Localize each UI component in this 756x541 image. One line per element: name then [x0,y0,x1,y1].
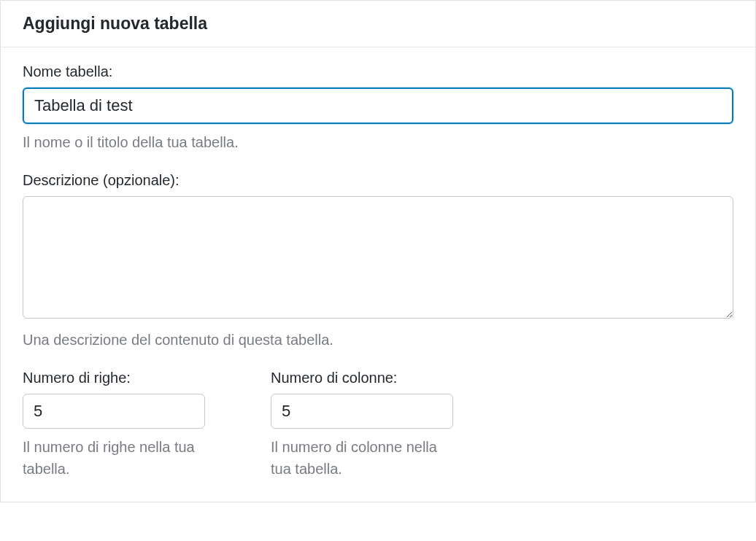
rows-input[interactable] [23,394,205,429]
add-table-panel: Aggiungi nuova tabella Nome tabella: Il … [0,0,756,502]
cols-label: Numero di colonne: [271,370,453,386]
rows-label: Numero di righe: [23,370,205,386]
table-name-input[interactable] [23,87,733,124]
field-group-rows: Numero di righe: Il numero di righe nell… [23,370,205,480]
table-name-label: Nome tabella: [23,63,733,80]
cols-help: Il numero di colonne nella tua tabella. [271,436,453,480]
rows-cols-row: Numero di righe: Il numero di righe nell… [23,370,733,480]
table-description-help: Una descrizione del contenuto di questa … [23,329,733,351]
field-group-cols: Numero di colonne: Il numero di colonne … [271,370,453,480]
rows-help: Il numero di righe nella tua tabella. [23,436,205,480]
field-group-name: Nome tabella: Il nome o il titolo della … [23,63,733,153]
panel-body: Nome tabella: Il nome o il titolo della … [1,47,755,502]
table-description-input[interactable] [23,196,733,319]
table-name-help: Il nome o il titolo della tua tabella. [23,131,733,153]
panel-header: Aggiungi nuova tabella [1,1,755,47]
table-description-label: Descrizione (opzionale): [23,172,733,189]
cols-input[interactable] [271,394,453,429]
field-group-description: Descrizione (opzionale): Una descrizione… [23,172,733,351]
panel-title: Aggiungi nuova tabella [23,14,733,34]
